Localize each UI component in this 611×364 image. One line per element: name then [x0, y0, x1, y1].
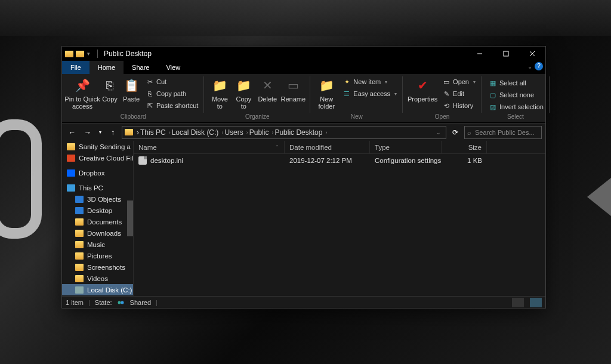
- file-row[interactable]: desktop.ini2019-12-07 2:12 PMConfigurati…: [134, 154, 545, 167]
- breadcrumb-caret[interactable]: ›: [137, 128, 139, 137]
- collapse-ribbon-icon[interactable]: ⌄: [527, 63, 532, 70]
- forward-button[interactable]: →: [81, 126, 94, 139]
- ribbon: 📌 Pin to Quick access ⎘ Copy 📋 Paste ✂Cu…: [62, 74, 545, 123]
- column-type[interactable]: Type: [370, 141, 442, 153]
- tab-share[interactable]: Share: [124, 61, 158, 74]
- pin-to-quick-access-button[interactable]: 📌 Pin to Quick access: [66, 75, 99, 110]
- paste-icon: 📋: [124, 78, 139, 93]
- paste-button[interactable]: 📋 Paste: [121, 75, 142, 103]
- paste-shortcut-button[interactable]: ⇱Paste shortcut: [143, 100, 200, 111]
- history-button[interactable]: ⟲History: [440, 100, 478, 111]
- properties-button[interactable]: ✔ Properties: [406, 75, 439, 103]
- easy-access-button[interactable]: ☰Easy access▾: [340, 88, 399, 99]
- sidebar-item[interactable]: Videos: [62, 273, 133, 284]
- sidebar-item[interactable]: Desktop: [62, 205, 133, 216]
- recent-locations-button[interactable]: ▾: [97, 126, 104, 139]
- breadcrumb-caret-icon[interactable]: ›: [325, 129, 327, 135]
- cut-button[interactable]: ✂Cut: [143, 76, 200, 87]
- sidebar-item-icon: [75, 207, 84, 214]
- sidebar-item-label: Documents: [87, 218, 122, 226]
- maximize-button[interactable]: [493, 47, 519, 61]
- column-name[interactable]: Name⌃: [134, 141, 285, 153]
- new-item-button[interactable]: ✦New item▾: [340, 76, 399, 87]
- edit-button[interactable]: ✎Edit: [440, 88, 478, 99]
- tab-view[interactable]: View: [158, 61, 189, 74]
- rename-button[interactable]: ▭ Rename: [279, 75, 307, 103]
- copy-button[interactable]: ⎘ Copy: [99, 75, 121, 103]
- sidebar-item[interactable]: Pictures: [62, 250, 133, 261]
- sidebar-item[interactable]: Dropbox: [62, 167, 133, 178]
- sidebar-item[interactable]: Creative Cloud Fil: [62, 152, 133, 164]
- file-list[interactable]: Name⌃ Date modified Type Size desktop.in…: [134, 141, 545, 296]
- sidebar-item[interactable]: Sanity Sending a⌃: [62, 141, 133, 152]
- file-type: Configuration settings: [370, 157, 442, 164]
- group-clipboard-label: Clipboard: [66, 113, 200, 121]
- sidebar-item[interactable]: Local Disk (C:): [62, 284, 133, 295]
- navigation-bar: ← → ▾ ↑ › This PC›Local Disk (C:)›Users›…: [62, 123, 545, 141]
- back-button[interactable]: ←: [66, 126, 79, 139]
- open-button[interactable]: ▭Open▾: [440, 76, 478, 87]
- breadcrumb-segment[interactable]: Users›: [224, 128, 248, 137]
- tab-home[interactable]: Home: [90, 61, 124, 74]
- sidebar-item[interactable]: Screenshots: [62, 261, 133, 273]
- titlebar[interactable]: ▾ Public Desktop: [62, 47, 545, 61]
- sidebar-item[interactable]: This PC: [62, 182, 133, 193]
- breadcrumb-caret-icon[interactable]: ›: [169, 129, 171, 135]
- sidebar-scrollbar[interactable]: [127, 200, 133, 236]
- address-bar[interactable]: › This PC›Local Disk (C:)›Users›Public›P…: [122, 126, 446, 139]
- search-icon: ⌕: [467, 129, 471, 136]
- sidebar-item-icon: [75, 230, 84, 237]
- sidebar-item[interactable]: New Volume (D:: [62, 295, 133, 296]
- new-item-icon: ✦: [342, 78, 351, 86]
- close-button[interactable]: [519, 47, 545, 61]
- window-title: Public Desktop: [101, 50, 467, 58]
- breadcrumb-segment[interactable]: Public›: [249, 128, 274, 137]
- select-none-button[interactable]: ▢Select none: [486, 90, 546, 100]
- breadcrumb-segment[interactable]: Local Disk (C:)›: [172, 128, 224, 137]
- svg-point-5: [121, 301, 124, 304]
- copy-to-icon: 📁: [236, 78, 251, 93]
- search-box[interactable]: ⌕ Search Public Des...: [464, 126, 542, 139]
- minimize-button[interactable]: [467, 47, 493, 61]
- move-to-button[interactable]: 📁 Move to: [208, 75, 232, 110]
- large-icons-view-button[interactable]: [530, 298, 542, 307]
- column-headers[interactable]: Name⌃ Date modified Type Size: [134, 141, 545, 154]
- up-button[interactable]: ↑: [106, 126, 119, 139]
- column-size[interactable]: Size: [442, 141, 487, 153]
- sidebar-item-label: Downloads: [87, 230, 121, 237]
- breadcrumb-caret-icon[interactable]: ›: [221, 129, 223, 135]
- select-all-button[interactable]: ▦Select all: [486, 78, 546, 88]
- details-view-button[interactable]: [512, 298, 524, 307]
- sidebar-item[interactable]: Music: [62, 239, 133, 250]
- delete-button[interactable]: ✕ Delete: [255, 75, 279, 103]
- svg-point-4: [118, 301, 121, 304]
- address-dropdown-icon[interactable]: ⌄: [434, 129, 443, 135]
- new-folder-button[interactable]: 📁 New folder: [314, 75, 339, 110]
- qat-icon[interactable]: [76, 51, 84, 57]
- sidebar-item-label: Local Disk (C:): [87, 286, 132, 294]
- invert-selection-button[interactable]: ▨Invert selection: [486, 101, 546, 112]
- breadcrumb-segment[interactable]: This PC›: [140, 128, 171, 137]
- help-button[interactable]: ?: [535, 62, 543, 70]
- ribbon-tabs: File Home Share View ⌄ ?: [62, 61, 545, 74]
- state-label: State:: [95, 299, 112, 306]
- qat-dropdown-icon[interactable]: ▾: [86, 51, 91, 57]
- breadcrumb-caret-icon[interactable]: ›: [246, 129, 248, 135]
- copy-to-button[interactable]: 📁 Copy to: [232, 75, 255, 110]
- navigation-pane[interactable]: Sanity Sending a⌃Creative Cloud FilDropb…: [62, 141, 134, 296]
- tab-file[interactable]: File: [62, 61, 90, 74]
- column-date[interactable]: Date modified: [285, 141, 370, 153]
- item-count: 1 item: [66, 299, 84, 306]
- breadcrumb-caret-icon[interactable]: ›: [271, 129, 273, 135]
- sidebar-item[interactable]: 3D Objects: [62, 193, 133, 205]
- breadcrumb-segment[interactable]: Public Desktop›: [274, 128, 327, 137]
- sidebar-item[interactable]: Downloads: [62, 227, 133, 239]
- group-open-label: Open: [406, 113, 478, 121]
- sidebar-item-icon: [75, 218, 84, 226]
- copy-path-button[interactable]: ⎘Copy path: [143, 88, 200, 99]
- file-size: 1 KB: [442, 157, 487, 164]
- sidebar-item[interactable]: Documents: [62, 216, 133, 227]
- select-all-icon: ▦: [489, 79, 497, 87]
- refresh-button[interactable]: ⟳: [449, 126, 462, 139]
- svg-rect-1: [504, 51, 508, 56]
